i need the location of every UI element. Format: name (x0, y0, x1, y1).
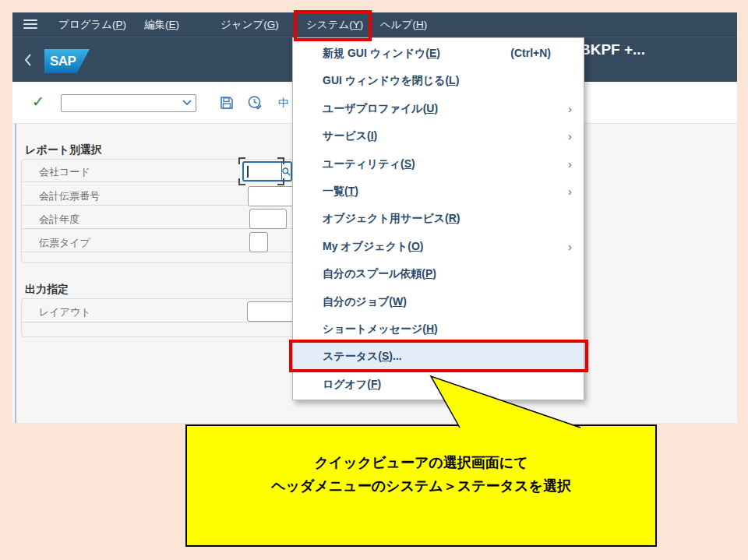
callout-line1: クイックビューアの選択画面にて (187, 451, 655, 474)
submenu-chevron-icon: › (568, 95, 572, 122)
menu-item-services[interactable]: サービス(I)› (293, 122, 584, 150)
menu-item-logoff[interactable]: ログオフ(F) (293, 371, 584, 398)
text-cursor (247, 166, 249, 178)
chevron-down-icon (182, 100, 192, 106)
callout-line2: ヘッダメニューのシステム＞ステータスを選択 (187, 474, 655, 498)
submenu-chevron-icon: › (568, 233, 572, 260)
selection-corner (277, 157, 284, 164)
command-input[interactable] (63, 96, 175, 111)
field-label-fiscal-year: 会計年度 (39, 213, 79, 227)
menu-item-status[interactable]: ステータス(S)... (293, 343, 584, 370)
company-code-input[interactable] (242, 161, 282, 181)
clock-check-icon[interactable] (247, 95, 263, 111)
menubar-item-program[interactable]: プログラム(P) (58, 12, 126, 37)
sap-logo: SAP (44, 49, 90, 73)
field-label-company-code: 会社コード (39, 165, 90, 179)
menu-item-object-services[interactable]: オブジェクト用サービス(R) (293, 205, 584, 232)
document-type-input[interactable] (249, 232, 268, 252)
selection-corner (238, 157, 245, 164)
field-label-document-number: 会計伝票番号 (39, 189, 100, 203)
section-title-report-selection: レポート別選択 (25, 143, 102, 157)
section-title-output: 出力指定 (25, 283, 69, 297)
menu-item-new-gui-window[interactable]: 新規 GUI ウィンドウ(E)(Ctrl+N) (293, 40, 584, 67)
selection-corner (238, 178, 245, 185)
menu-item-user-profile[interactable]: ユーザプロファイル(U)› (293, 95, 584, 122)
menu-item-short-message[interactable]: ショートメッセージ(H) (293, 315, 584, 343)
menu-item-own-spool-requests[interactable]: 自分のスプール依頼(P) (293, 260, 584, 287)
menubar-item-help[interactable]: ヘルプ(H) (380, 12, 427, 37)
company-code-field[interactable] (242, 161, 292, 181)
shortcut-label: (Ctrl+N) (510, 40, 551, 67)
enter-check-button[interactable]: ✓ (32, 93, 44, 111)
menu-item-own-jobs[interactable]: 自分のジョブ(W) (293, 288, 584, 315)
menu-item-close-gui-window[interactable]: GUI ウィンドウを閉じる(L) (293, 67, 584, 94)
toolbar-partial-button[interactable]: 中 (278, 97, 289, 111)
back-chevron-icon[interactable] (23, 53, 33, 67)
page: プログラム(P) 編集(E) ジャンプ(G) システム(Y) ヘルプ(H) SA… (0, 0, 748, 560)
menu-bar: プログラム(P) 編集(E) ジャンプ(G) システム(Y) ヘルプ(H) (12, 12, 737, 37)
menu-item-list[interactable]: 一覧(T)› (293, 178, 584, 205)
annotation-callout: クイックビューアの選択画面にて ヘッダメニューのシステム＞ステータスを選択 (185, 424, 657, 547)
menubar-item-edit[interactable]: 編集(E) (144, 12, 179, 37)
submenu-chevron-icon: › (568, 178, 572, 205)
menu-item-utilities[interactable]: ユーティリティ(S)› (293, 150, 584, 178)
field-label-document-type: 伝票タイプ (39, 236, 90, 250)
hamburger-menu-icon[interactable] (23, 19, 37, 30)
command-combobox[interactable] (61, 94, 196, 112)
menu-item-my-objects[interactable]: My オブジェクト(O)› (293, 233, 584, 260)
selection-corner (277, 178, 284, 185)
fiscal-year-input[interactable] (249, 209, 287, 229)
submenu-chevron-icon: › (568, 150, 572, 178)
menubar-item-system[interactable]: システム(Y) (306, 12, 363, 37)
search-icon (282, 167, 291, 176)
system-menu: 新規 GUI ウィンドウ(E)(Ctrl+N) GUI ウィンドウを閉じる(L)… (292, 37, 584, 400)
field-label-layout: レイアウト (39, 305, 91, 319)
menubar-item-goto[interactable]: ジャンプ(G) (221, 12, 279, 37)
save-icon[interactable] (219, 95, 235, 111)
page-title: BKPF +... (580, 41, 645, 58)
submenu-chevron-icon: › (568, 122, 572, 150)
left-edge-line (15, 124, 16, 423)
